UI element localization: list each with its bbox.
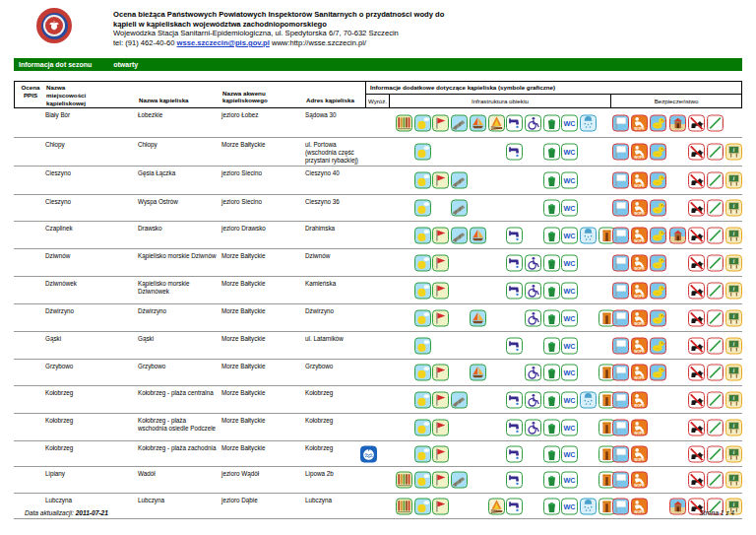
waste-bin-icon	[543, 337, 560, 354]
svg-text:WOPR: WOPR	[634, 184, 645, 188]
info-board-icon: i	[725, 445, 742, 462]
slope-icon	[707, 227, 724, 243]
season-value: otwarty	[113, 61, 138, 68]
security-icons: WOPRi	[612, 195, 744, 221]
col-infrastructure: Infrastruktura obiektu	[390, 95, 611, 107]
slope-icon	[707, 200, 724, 217]
duck-icon	[650, 200, 666, 217]
campfire-icon	[488, 498, 505, 514]
col-security: Bezpieczeństwo	[611, 95, 741, 107]
phone-text: tel: (91) 462-40-60	[113, 38, 177, 47]
no-dogs-icon	[688, 472, 705, 489]
lifeguard-hut-icon	[669, 114, 686, 131]
security-icons: WOPRi	[612, 304, 744, 331]
table-row: KołobrzegKołobrzeg - plaża zachodniaMorz…	[14, 441, 742, 467]
wyroz-icons	[360, 332, 380, 359]
wyroz-icons	[360, 414, 380, 440]
water-tap-icon	[506, 114, 523, 131]
white-flag-icon	[612, 419, 629, 435]
svg-text:WC: WC	[564, 204, 577, 213]
duck-icon	[650, 144, 666, 161]
cell-site: Kołobrzeg - plaża zachodnia	[138, 444, 217, 452]
waste-bin-icon	[543, 114, 560, 131]
blue-flag-icon	[360, 445, 377, 462]
pier-icon	[451, 391, 468, 408]
svg-text:WOPR: WOPR	[634, 126, 645, 130]
water-tap-icon	[506, 472, 523, 489]
report-page: Ocena bieżąca Państwowych Powiatowych In…	[0, 0, 756, 535]
table-header: Ocena PPIS Nazwa miejscowości kąpielisko…	[14, 81, 742, 108]
email-link[interactable]: wsse.szczecin@pis.gov.pl	[177, 38, 270, 47]
update-date: Data aktualizacji: 2011-07-21	[25, 509, 108, 516]
security-icons: WOPR	[612, 108, 744, 137]
security-icons: WOPRi	[612, 249, 744, 276]
station-address: Wojewódzka Stacja Sanitarni-Epidemiologi…	[113, 29, 444, 38]
cell-site: Kąpielisko morskie Dziwnów	[138, 252, 217, 260]
security-icons: WOPRi	[612, 222, 744, 248]
infrastructure-icons: WC	[396, 277, 614, 303]
lifeguard-icon: WOPR	[631, 445, 648, 462]
security-icons: WOPRi	[612, 414, 744, 440]
waste-bin-icon	[543, 498, 560, 514]
cell-site: Gąski	[138, 335, 217, 343]
cell-water-body: Morze Bałtyckie	[221, 417, 300, 425]
sun-icon	[414, 309, 431, 326]
svg-text:WC: WC	[564, 231, 577, 239]
info-board-icon: i	[725, 391, 742, 408]
svg-text:WC: WC	[564, 341, 577, 350]
slope-icon	[707, 337, 724, 354]
lifeguard-icon: WOPR	[631, 282, 648, 299]
red-flag-icon	[432, 254, 449, 271]
sun-icon	[414, 172, 431, 189]
cell-town: Cieszyno	[45, 198, 130, 206]
infrastructure-icons: WC	[396, 195, 614, 221]
pier-icon	[451, 472, 468, 489]
boardwalk-icon	[396, 498, 412, 514]
info-board-icon: i	[725, 254, 742, 271]
wyroz-icons	[360, 467, 380, 493]
cell-town: Biały Bór	[45, 111, 130, 119]
campfire-icon	[488, 114, 505, 131]
white-flag-icon	[612, 282, 629, 299]
infrastructure-icons: WC	[396, 386, 614, 413]
cell-site: Drawsko	[138, 225, 217, 233]
pis-logo	[36, 8, 72, 43]
lifeguard-icon: WOPR	[631, 254, 648, 271]
security-icons: WOPRi	[612, 277, 744, 303]
no-dogs-icon	[688, 365, 705, 381]
cell-address: Kołobrzeg	[305, 417, 360, 425]
cell-address: Drahimska	[305, 225, 360, 233]
table-row: Biały BórŁobezkiejezioro ŁobezSądowa 30W…	[14, 108, 742, 138]
info-board-icon: i	[725, 200, 742, 217]
white-flag-icon	[612, 365, 629, 381]
wheelchair-icon	[525, 282, 541, 299]
water-tap-icon	[506, 391, 523, 408]
svg-text:WOPR: WOPR	[634, 294, 645, 298]
sun-icon	[414, 498, 431, 514]
wc-icon: WC	[561, 365, 578, 381]
infrastructure-icons: WC	[396, 249, 614, 276]
white-flag-icon	[612, 391, 629, 408]
security-icons: WOPRi	[612, 138, 744, 166]
security-icons: WOPRi	[612, 360, 744, 385]
table-body: Biały BórŁobezkiejezioro ŁobezSądowa 30W…	[14, 108, 742, 519]
wc-icon: WC	[561, 498, 578, 514]
svg-text:WOPR: WOPR	[634, 484, 645, 488]
table-row: KołobrzegKołobrzeg - plaża wschodnia osi…	[14, 414, 742, 441]
waste-bin-icon	[543, 254, 560, 271]
red-flag-icon	[432, 282, 449, 299]
security-icons: WOPRi	[612, 332, 744, 359]
lifeguard-icon: WOPR	[631, 200, 648, 217]
cell-site: Kołobrzeg - plaża wschodnia osiedle Podc…	[138, 417, 217, 433]
wc-icon: WC	[561, 391, 578, 408]
no-dogs-icon	[688, 200, 705, 217]
svg-text:WOPR: WOPR	[634, 376, 645, 380]
svg-text:WOPR: WOPR	[634, 431, 645, 435]
sailboat-icon	[470, 114, 486, 131]
cell-site: Kołobrzeg - plaża centralna	[138, 389, 217, 397]
wheelchair-icon	[525, 365, 541, 381]
wc-icon: WC	[561, 227, 578, 243]
infrastructure-icons: WC	[396, 222, 614, 248]
slope-icon	[707, 419, 724, 435]
wyroz-icons	[360, 138, 380, 166]
